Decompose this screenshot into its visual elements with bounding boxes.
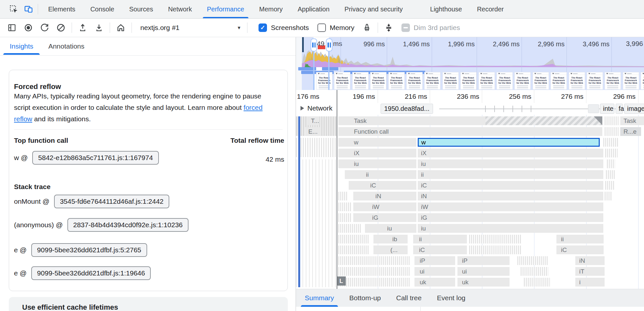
flame-bar[interactable]: ui	[414, 267, 455, 276]
tab-lighthouse[interactable]: Lighthouse	[423, 0, 469, 18]
flame-bar[interactable]: iu	[338, 159, 416, 168]
tab-network[interactable]: Network	[161, 0, 199, 18]
flame-bar[interactable]: iG	[353, 213, 416, 222]
timeline-overview[interactable]: 49 ms 3,996 996 ms1,496 ms1,996 ms2,496 …	[296, 37, 644, 90]
forced-reflow-card[interactable]: Forced reflow Many APIs, typically readi…	[9, 70, 288, 291]
filmstrip-screenshot[interactable]: The ReactFrameworkfor the Web	[370, 72, 386, 90]
flame-bar[interactable]: iC	[418, 181, 603, 190]
selection-handle-left[interactable]	[311, 38, 317, 52]
sidebar-tab-annotations[interactable]: Annotations	[48, 38, 84, 55]
flame-sliver[interactable]	[338, 267, 410, 276]
tab-recorder[interactable]: Recorder	[469, 0, 511, 18]
flame-sliver[interactable]	[338, 245, 369, 254]
flame-bar[interactable]: iu	[365, 224, 416, 233]
network-request-chip[interactable]: fa	[616, 104, 623, 114]
network-track[interactable]: Network 1950.dea8fad... intefaimage	[296, 103, 644, 115]
flame-bar[interactable]: iu	[418, 224, 603, 233]
source-location-chip[interactable]: 9099-5bee326dd621dfbf.js:5:2765	[31, 243, 147, 257]
flame-bar[interactable]: uk	[414, 278, 455, 287]
compress-tracks-icon[interactable]	[382, 21, 395, 34]
filmstrip-screenshot[interactable]: The ReactFrameworkfor the Web	[442, 72, 459, 90]
tab-console[interactable]: Console	[83, 0, 121, 18]
details-tab-event-log[interactable]: Event log	[437, 289, 466, 307]
flame-sliver[interactable]	[338, 192, 348, 200]
save-profile-icon[interactable]	[92, 21, 105, 34]
flame-sliver[interactable]	[298, 116, 300, 287]
filmstrip-screenshot[interactable]: The ReactFrameworkfor the Web	[497, 72, 513, 90]
screenshots-toggle[interactable]: ✓ Screenshots	[259, 23, 309, 32]
source-location-chip[interactable]: 2837-84b4d4394cd0f92e.js:1:10236	[67, 218, 189, 232]
expand-triangle-icon[interactable]	[301, 106, 304, 111]
flame-bar[interactable]: iN	[575, 256, 605, 265]
selection-handle-right[interactable]	[326, 38, 332, 52]
tab-elements[interactable]: Elements	[41, 0, 83, 18]
load-profile-icon[interactable]	[76, 21, 89, 34]
network-request-chip[interactable]: inte	[600, 104, 614, 114]
flame-bar[interactable]: iW	[418, 202, 603, 211]
flame-sliver[interactable]	[607, 159, 615, 168]
flame-bar[interactable]: iC	[349, 181, 416, 190]
network-request-chip[interactable]: 1950.dea8fad...	[381, 104, 433, 114]
flame-sliver[interactable]	[606, 170, 616, 179]
tab-performance[interactable]: Performance	[200, 0, 252, 18]
flame-sliver[interactable]	[338, 202, 351, 211]
flame-bar[interactable]: iN	[353, 192, 416, 200]
details-tab-summary[interactable]: Summary	[305, 289, 334, 307]
flame-bar[interactable]: T...	[308, 116, 319, 125]
filmstrip-screenshot[interactable]: The ReactFrameworkfor the Web	[316, 72, 332, 90]
flame-bar[interactable]: iu	[418, 159, 603, 168]
flame-sliver[interactable]	[485, 116, 602, 125]
flame-bar[interactable]: iX	[418, 149, 603, 157]
flame-sliver[interactable]	[521, 267, 548, 276]
flame-sliver[interactable]	[605, 192, 612, 200]
flame-bar[interactable]: E...	[305, 127, 321, 136]
flame-bar[interactable]: Task	[338, 116, 485, 125]
flame-sliver[interactable]	[469, 235, 521, 244]
sidebar-tab-insights[interactable]: Insights	[10, 38, 33, 55]
flame-bar[interactable]: R...e	[620, 127, 641, 136]
flame-bar[interactable]: uk	[457, 278, 510, 287]
record-icon[interactable]	[22, 21, 35, 34]
filmstrip-screenshot[interactable]: The ReactFrameworkfor the Web	[479, 72, 495, 90]
tab-memory[interactable]: Memory	[252, 0, 290, 18]
flame-sliver[interactable]	[296, 159, 337, 287]
flame-bar[interactable]: iT	[575, 267, 605, 276]
flame-bar[interactable]: ii	[556, 235, 604, 244]
source-location-chip[interactable]: 5842-e12b863a5c711761.js:1:167974	[32, 151, 159, 165]
details-tab-call-tree[interactable]: Call tree	[396, 289, 422, 307]
memory-toggle[interactable]: Memory	[317, 23, 355, 32]
inspect-element-icon[interactable]	[7, 3, 20, 16]
toggle-sidebar-icon[interactable]	[6, 21, 19, 34]
flame-sliver[interactable]	[469, 245, 521, 254]
filmstrip-screenshot[interactable]: The ReactFrameworkfor the Web	[388, 72, 405, 90]
flame-bar[interactable]: ib	[373, 235, 408, 244]
flame-sliver[interactable]	[605, 181, 614, 190]
home-icon[interactable]	[114, 21, 127, 34]
flame-sliver[interactable]	[605, 127, 619, 136]
tab-application[interactable]: Application	[290, 0, 337, 18]
filmstrip-screenshot[interactable]: The ReactFrameworkfor the Web	[641, 72, 644, 90]
source-location-chip[interactable]: 3545-fd6e7644112d46af.js:1:2442	[54, 195, 169, 208]
selected-flame-bar[interactable]: w	[418, 138, 600, 147]
filmstrip-screenshot[interactable]: The ReactFrameworkfor the Web	[587, 72, 603, 90]
memory-checkbox[interactable]	[317, 23, 326, 32]
flame-sliver[interactable]	[524, 278, 550, 287]
flame-bar[interactable]: ui	[457, 267, 510, 276]
filmstrip-screenshot[interactable]: The ReactFrameworkfor the Web	[334, 72, 350, 90]
flame-sliver[interactable]	[605, 116, 619, 125]
flame-sliver[interactable]	[338, 235, 369, 244]
filmstrip-screenshot[interactable]: The ReactFrameworkfor the Web	[424, 72, 441, 90]
flame-bar[interactable]: iC	[413, 245, 467, 254]
filmstrip-screenshot[interactable]: The ReactFrameworkfor the Web	[551, 72, 567, 90]
flame-chart[interactable]: T...E...TaskTaskFunction callR...ewwiXiX…	[296, 115, 644, 289]
flame-sliver[interactable]	[338, 224, 361, 233]
flame-bar[interactable]: iP	[414, 256, 455, 265]
flame-bar[interactable]: Function call	[338, 127, 602, 136]
filmstrip-screenshot[interactable]: The ReactFrameworkfor the Web	[623, 72, 639, 90]
flame-bar[interactable]: (...	[373, 245, 408, 254]
flame-bar[interactable]: iW	[353, 202, 416, 211]
filmstrip-screenshot[interactable]: The ReactFrameworkfor the Web	[514, 72, 531, 90]
filmstrip-screenshot[interactable]: The ReactFrameworkfor the Web	[406, 72, 423, 90]
screenshots-checkbox[interactable]: ✓	[259, 23, 267, 32]
flame-sliver[interactable]	[338, 213, 351, 222]
